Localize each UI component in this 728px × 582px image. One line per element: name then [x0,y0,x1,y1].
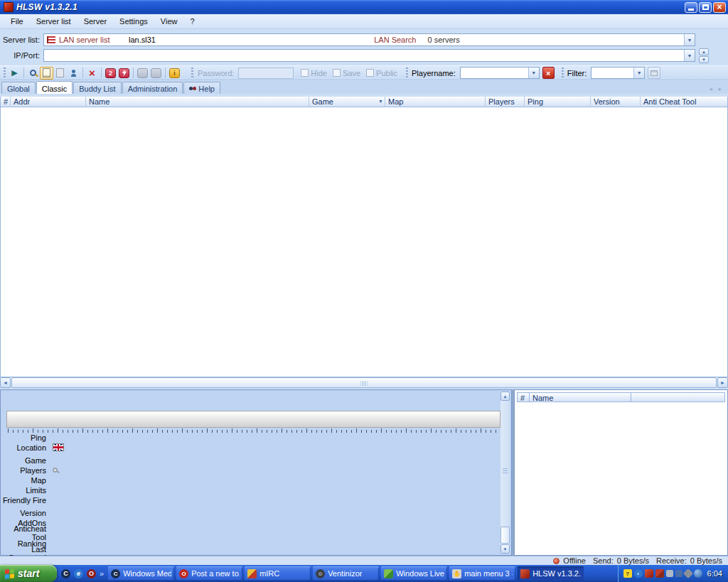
playername-dropdown-button[interactable]: ▼ [528,68,539,78]
taskbar-item-windows-media[interactable]: CWindows Medi... [108,566,174,581]
detail-label: Game [1,456,46,465]
column-version[interactable]: Version [591,97,641,107]
filter-input[interactable] [592,69,633,77]
tray-update-icon[interactable] [666,570,673,577]
ip-port-spinner[interactable]: ▲ ▼ [699,48,709,63]
scroll-down-button[interactable]: ▼ [500,544,510,554]
tray-messenger-icon[interactable] [694,569,702,578]
tab-global[interactable]: Global [1,82,36,94]
magnifier-icon[interactable] [53,468,58,473]
menu-settings[interactable]: Settings [113,16,154,27]
server-list-view-button[interactable] [40,67,53,80]
info-button[interactable]: i [168,67,181,80]
taskbar-item-post-new-topic[interactable]: OPost a new to... [176,566,242,581]
tray-mirc-icon[interactable] [655,569,664,578]
taskbar-item-ventinizor[interactable]: ☺Ventinizor [313,566,379,581]
tab-help[interactable]: Help [183,82,220,94]
search-button[interactable] [26,67,40,80]
menu-view[interactable]: View [154,16,184,27]
server-list-dropdown-button[interactable]: ▼ [684,34,695,45]
spinner-up-button[interactable]: ▲ [699,48,709,55]
taskbar-item-windows-live[interactable]: Windows Live ... [381,566,447,581]
taskbar-item-main-menu[interactable]: ✋main menu 3 - ... [449,566,515,581]
rcon-button[interactable] [117,67,131,80]
spinner-down-button[interactable]: ▼ [699,56,709,63]
menu-server[interactable]: Server [77,16,113,27]
tab-scroll-arrows[interactable]: ◂ ▸ [705,85,728,94]
playername-input[interactable] [461,69,528,77]
connect-button[interactable]: ▶ [8,67,21,80]
players-column-name[interactable]: Name [530,392,631,402]
player-view-button[interactable] [67,67,80,80]
toolbar-grip[interactable] [4,68,6,78]
server-table-body[interactable] [1,107,727,377]
players-column-number[interactable]: # [517,392,530,402]
players-column-spare[interactable] [631,392,725,402]
menu-file[interactable]: File [4,16,30,27]
hide-checkbox[interactable] [301,69,309,77]
taskbar-item-mirc[interactable]: mIRC [245,566,311,581]
ip-port-input[interactable] [44,50,684,60]
column-number[interactable]: # [1,97,11,107]
column-map[interactable]: Map [385,97,486,107]
save-checkbox[interactable] [333,69,341,77]
tray-collapse-chevron-icon[interactable]: ‹ [634,569,643,578]
scroll-right-button[interactable]: ► [717,377,728,388]
clear-playername-button[interactable]: × [542,67,555,79]
clone-button[interactable] [149,67,163,80]
quick-launch-overflow-chevron[interactable]: » [100,569,104,578]
tray-network-icon[interactable] [675,570,682,577]
delete-button[interactable]: × [85,67,99,80]
toolbar: ▶ × 2 i Password: Hide Save Public Playe… [0,65,728,80]
scrollbar-thumb[interactable] [500,527,510,544]
tab-administration[interactable]: Administration [122,82,183,94]
toolbar-grip[interactable] [562,68,564,78]
rcon2-button[interactable]: 2 [104,67,117,80]
players-table-body[interactable] [517,402,725,553]
opera-icon[interactable]: O [87,569,96,578]
taskbar-item-hlsw[interactable]: HLSW v1.3.2.1 [518,566,584,581]
tray-help-icon[interactable]: ? [623,569,632,578]
copy-list-button[interactable] [53,67,67,80]
column-game[interactable]: Game▼ [309,97,385,107]
binoculars-icon [189,87,196,91]
detail-label: Players [1,466,46,475]
lan-search-label[interactable]: LAN Search [374,36,416,44]
column-anticheat[interactable]: Anti Cheat Tool [641,97,728,107]
edit-button[interactable] [136,67,149,80]
tab-classic[interactable]: Classic [36,81,73,94]
minimize-button[interactable] [685,2,697,13]
start-button[interactable]: start [0,565,57,582]
column-ping[interactable]: Ping [525,97,591,107]
filter-combo[interactable]: ▼ [591,67,645,79]
filter-dropdown-button[interactable]: ▼ [633,68,644,78]
maximize-button[interactable] [699,2,712,13]
scroll-up-button[interactable]: ▲ [500,392,510,401]
menu-server-list[interactable]: Server list [30,16,77,27]
public-checkbox[interactable] [366,69,374,77]
playername-combo[interactable]: ▼ [460,67,540,79]
column-name[interactable]: Name [86,97,309,107]
tab-buddy-list[interactable]: Buddy List [73,82,121,94]
toolbar-grip[interactable] [191,68,193,78]
filter-settings-button[interactable] [648,67,660,79]
password-input[interactable] [238,68,294,79]
tray-hlsw-icon[interactable] [645,569,653,578]
ip-port-combo[interactable]: ▼ [43,49,695,62]
internet-explorer-icon[interactable]: e [74,569,83,578]
column-players[interactable]: Players [486,97,525,107]
menu-help[interactable]: ? [183,16,200,27]
ip-port-dropdown-button[interactable]: ▼ [684,50,695,61]
scrollbar-thumb[interactable] [11,377,717,388]
scroll-left-button[interactable]: ◄ [0,377,11,388]
toolbar-grip[interactable] [406,68,408,78]
clone-icon [151,68,161,78]
detail-label: Limits [1,486,46,495]
close-button[interactable]: × [713,2,726,13]
horizontal-scrollbar[interactable]: ◄ ► [0,377,728,388]
tray-volume-icon[interactable] [683,568,693,578]
server-list-combo[interactable]: LAN server list lan.sl31 LAN Search 0 se… [43,33,695,46]
details-vertical-scrollbar[interactable]: ▲ ▼ [500,392,510,554]
column-addr[interactable]: Addr [11,97,86,107]
media-player-icon[interactable]: C [61,569,70,578]
